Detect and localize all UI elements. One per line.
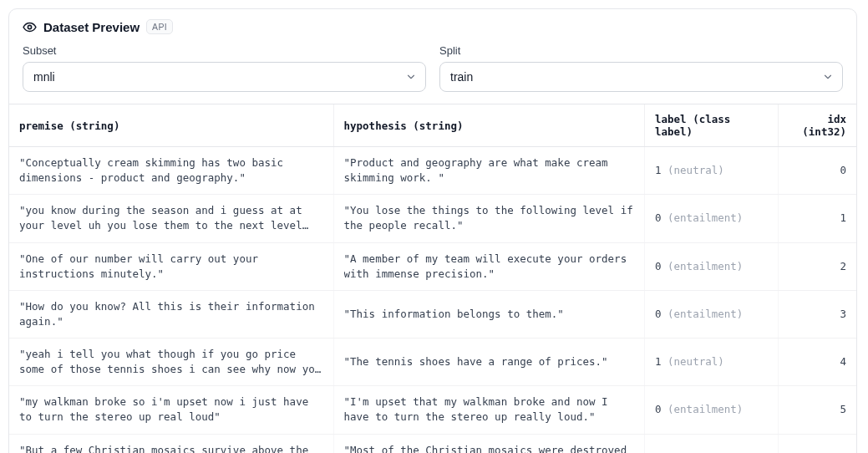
cell-hypothesis: "A member of my team will execute your o… (333, 242, 644, 290)
split-value: train (450, 70, 473, 84)
data-table: premise (string) hypothesis (string) lab… (9, 104, 856, 453)
svg-point-0 (28, 25, 31, 28)
col-header-hypothesis[interactable]: hypothesis (string) (333, 104, 644, 147)
cell-label: 0 (entailment) (644, 242, 778, 290)
cell-label: 0 (entailment) (644, 195, 778, 242)
cell-hypothesis: "The tennis shoes have a range of prices… (333, 338, 644, 386)
dataset-preview-card: Dataset Preview API Subset mnli Split tr… (8, 8, 857, 453)
api-badge[interactable]: API (146, 19, 173, 34)
cell-premise: "But a few Christian mosaics survive abo… (9, 434, 333, 453)
subset-value: mnli (33, 70, 55, 84)
chevron-down-icon (822, 71, 834, 83)
cell-premise: "Conceptually cream skimming has two bas… (9, 147, 333, 195)
cell-premise: "you know during the season and i guess … (9, 195, 333, 242)
cell-hypothesis: "This information belongs to them." (333, 290, 644, 338)
cell-label: 1 (neutral) (644, 338, 778, 386)
cell-premise: "yeah i tell you what though if you go p… (9, 338, 333, 386)
cell-hypothesis: "You lose the things to the following le… (333, 195, 644, 242)
cell-hypothesis: "Product and geography are what make cre… (333, 147, 644, 195)
table-row[interactable]: "Conceptually cream skimming has two bas… (9, 147, 856, 195)
split-label: Split (439, 44, 843, 57)
cell-premise: "One of our number will carry out your i… (9, 242, 333, 290)
cell-idx: 3 (779, 290, 856, 338)
table-row[interactable]: "you know during the season and i guess … (9, 195, 856, 242)
card-title: Dataset Preview (43, 20, 140, 34)
cell-premise: "How do you know? All this is their info… (9, 290, 333, 338)
cell-idx: 4 (779, 338, 856, 386)
table-row[interactable]: "One of our number will carry out your i… (9, 242, 856, 290)
cell-label: 0 (entailment) (644, 290, 778, 338)
cell-idx: 2 (779, 242, 856, 290)
cell-idx: 6 (779, 434, 856, 453)
controls-row: Subset mnli Split train (9, 39, 856, 104)
chevron-down-icon (405, 71, 417, 83)
table-row[interactable]: "How do you know? All this is their info… (9, 290, 856, 338)
cell-label: 1 (neutral) (644, 434, 778, 453)
table-row[interactable]: "yeah i tell you what though if you go p… (9, 338, 856, 386)
split-select[interactable]: train (439, 62, 843, 92)
eye-icon (23, 20, 37, 34)
cell-idx: 5 (779, 386, 856, 434)
subset-select[interactable]: mnli (23, 62, 426, 92)
table-row[interactable]: "But a few Christian mosaics survive abo… (9, 434, 856, 453)
cell-premise: "my walkman broke so i'm upset now i jus… (9, 386, 333, 434)
col-header-idx[interactable]: idx (int32) (779, 104, 856, 147)
subset-label: Subset (23, 44, 426, 57)
subset-control: Subset mnli (23, 44, 426, 92)
col-header-premise[interactable]: premise (string) (9, 104, 333, 147)
cell-idx: 1 (779, 195, 856, 242)
cell-idx: 0 (779, 147, 856, 195)
cell-hypothesis: "I'm upset that my walkman broke and now… (333, 386, 644, 434)
cell-label: 1 (neutral) (644, 147, 778, 195)
table-header-row: premise (string) hypothesis (string) lab… (9, 104, 856, 147)
split-control: Split train (439, 44, 843, 92)
card-header: Dataset Preview API (9, 9, 856, 39)
cell-hypothesis: "Most of the Christian mosaics were dest… (333, 434, 644, 453)
col-header-label[interactable]: label (class label) (644, 104, 778, 147)
cell-label: 0 (entailment) (644, 386, 778, 434)
table-row[interactable]: "my walkman broke so i'm upset now i jus… (9, 386, 856, 434)
